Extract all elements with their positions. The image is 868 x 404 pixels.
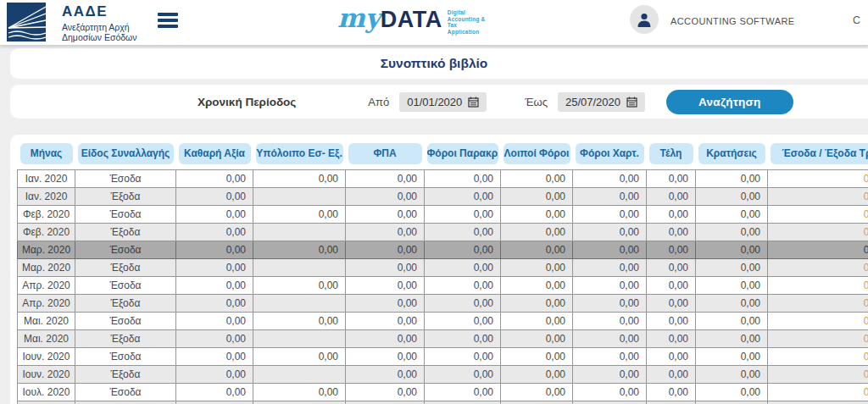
cell-value: 0,00 [573, 313, 647, 330]
column-header: Υπόλοιπο Εσ- Εξ. [253, 143, 346, 170]
column-header-pill: Είδος Συναλλαγής [78, 143, 174, 164]
cell-value: 0,00 [176, 170, 253, 188]
cell-value: 0,00 [253, 170, 346, 188]
date-from-input[interactable]: 01/01/2020 [399, 92, 487, 112]
table-row[interactable]: Ιουλ. 2020Έσοδα0,000,000,000,000,000,000… [18, 384, 868, 401]
table-panel: ΜήναςΕίδος ΣυναλλαγήςΚαθαρή ΑξίαΥπόλοιπο… [10, 135, 868, 404]
column-header-pill: Φόροι Παρακρ. [427, 143, 498, 164]
column-header: Φόροι Χαρτ. [573, 143, 647, 170]
cell-value: 0,00 [573, 224, 647, 241]
column-header: Λοιποί Φόροι [501, 143, 573, 170]
cell-value: 0,00 [176, 313, 253, 330]
table-row[interactable]: Ιουν. 2020Έξοδα0,000,000,000,000,000,000… [18, 366, 868, 384]
cell-month: Μαι. 2020 [18, 313, 75, 330]
column-header-pill: Υπόλοιπο Εσ- Εξ. [256, 143, 343, 164]
cell-value: 0,00 [425, 259, 501, 277]
cell-value: 0,00 [253, 241, 346, 259]
cell-type: Έσοδα [75, 348, 176, 366]
cell-value: 0,00 [768, 313, 868, 330]
cell-value: 0,00 [573, 170, 647, 188]
cell-value: 0,00 [501, 295, 573, 313]
cell-value: 0,00 [647, 313, 696, 330]
cell-value: 0,00 [573, 277, 647, 295]
table-row[interactable] [18, 401, 868, 404]
aade-logo-icon [7, 3, 46, 42]
cell-month: Μαι. 2020 [18, 330, 75, 348]
cell-value: 0,00 [501, 330, 573, 348]
table-row[interactable]: Μαρ. 2020Έξοδα0,000,000,000,000,000,000,… [18, 259, 868, 277]
cell-type: Έξοδα [75, 224, 176, 241]
cell-value: 0,00 [346, 188, 425, 206]
cell-value: 0,00 [768, 170, 868, 188]
table-row[interactable]: Μαρ. 2020Έσοδα0,000,000,000,000,000,000,… [18, 241, 868, 259]
cell-value: 0,00 [425, 384, 501, 401]
cell-value: 0,00 [696, 277, 768, 295]
account-name-label: ACCOUNTING SOFTWARE [670, 16, 795, 26]
calendar-icon[interactable] [468, 97, 479, 108]
cell-value: 0,00 [573, 295, 647, 313]
table-row[interactable]: Ιαν. 2020Έξοδα0,000,000,000,000,000,000,… [18, 188, 868, 206]
cell-value: 0,00 [573, 366, 647, 384]
cell-value [573, 401, 647, 404]
date-to-input[interactable]: 25/07/2020 [558, 92, 645, 112]
cell-value: 0,00 [647, 330, 696, 348]
cell-value: 0,00 [425, 348, 501, 366]
cell-value: 0,00 [176, 224, 253, 241]
cell-value [253, 295, 346, 313]
cell-value: 0,00 [176, 188, 253, 206]
calendar-icon[interactable] [626, 97, 637, 108]
cell-value: 0,00 [696, 170, 768, 188]
table-row[interactable]: Απρ. 2020Έσοδα0,000,000,000,000,000,000,… [18, 277, 868, 295]
cell-value: 0,00 [176, 295, 253, 313]
cell-value [253, 224, 346, 241]
table-row[interactable]: Ιουν. 2020Έσοδα0,000,000,000,000,000,000… [18, 348, 868, 366]
table-row[interactable]: Μαι. 2020Έσοδα0,000,000,000,000,000,000,… [18, 313, 868, 330]
cell-value: 0,00 [346, 348, 425, 366]
cell-month: Ιουν. 2020 [18, 366, 75, 384]
table-row[interactable]: Απρ. 2020Έξοδα0,000,000,000,000,000,000,… [18, 295, 868, 313]
cell-value: 0,00 [696, 259, 768, 277]
cell-value [176, 401, 253, 404]
cell-value: 0,00 [253, 348, 346, 366]
user-avatar[interactable] [630, 5, 659, 34]
cell-value: 0,00 [346, 224, 425, 241]
cell-value: 0,00 [501, 348, 573, 366]
cell-month: Φεβ. 2020 [18, 224, 75, 241]
cell-value: 0,00 [696, 206, 768, 224]
truncated-right-text: C [853, 14, 860, 26]
cell-value: 0,00 [573, 206, 647, 224]
cell-value: 0,00 [425, 241, 501, 259]
column-header-pill: Έσοδα / Έξοδα Τρίτων [771, 143, 868, 164]
cell-type: Έξοδα [75, 259, 176, 277]
cell-value: 0,00 [768, 188, 868, 206]
aade-wordmark: ΑΑΔΕ Ανεξάρτητη Αρχή Δημοσίων Εσόδων [62, 3, 137, 42]
cell-month: Μαρ. 2020 [18, 241, 75, 259]
cell-value: 0,00 [647, 348, 696, 366]
cell-value: 0,00 [501, 188, 573, 206]
cell-value: 0,00 [346, 170, 425, 188]
cell-value: 0,00 [768, 241, 868, 259]
table-row[interactable]: Φεβ. 2020Έσοδα0,000,000,000,000,000,000,… [18, 206, 868, 224]
column-header: Καθαρή Αξία [176, 143, 253, 170]
cell-value: 0,00 [253, 384, 346, 401]
cell-value: 0,00 [425, 277, 501, 295]
cell-value [253, 188, 346, 206]
cell-value: 0,00 [253, 313, 346, 330]
cell-value: 0,00 [647, 384, 696, 401]
cell-value: 0,00 [346, 384, 425, 401]
cell-type: Έσοδα [75, 384, 176, 401]
column-header-pill: Καθαρή Αξία [179, 143, 251, 164]
table-row[interactable]: Ιαν. 2020Έσοδα0,000,000,000,000,000,000,… [18, 170, 868, 188]
table-row[interactable]: Φεβ. 2020Έξοδα0,000,000,000,000,000,000,… [18, 224, 868, 241]
column-header: ΦΠΑ [346, 143, 425, 170]
cell-value: 0,00 [346, 206, 425, 224]
cell-value: 0,00 [346, 295, 425, 313]
table-row[interactable]: Μαι. 2020Έξοδα0,000,000,000,000,000,000,… [18, 330, 868, 348]
search-button[interactable]: Αναζήτηση [666, 90, 793, 114]
column-header-pill: Φόροι Χαρτ. [576, 143, 644, 164]
column-header-pill: Τέλη [649, 143, 693, 164]
to-label: Έως [525, 96, 548, 108]
cell-value: 0,00 [176, 277, 253, 295]
menu-icon[interactable] [158, 13, 178, 30]
column-header-pill: Κρατήσεις [698, 143, 765, 164]
